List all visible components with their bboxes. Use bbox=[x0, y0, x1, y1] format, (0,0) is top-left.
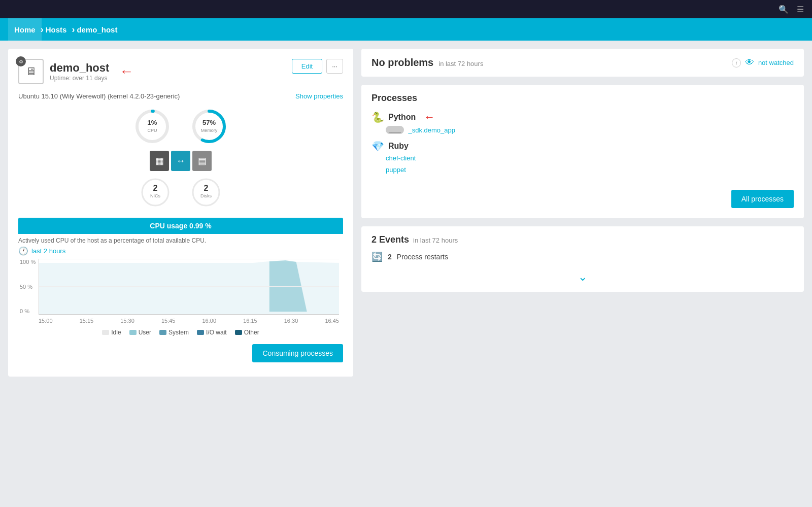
x-label-1: 15:00 bbox=[39, 318, 53, 324]
no-problems-left: No problems in last 72 hours bbox=[371, 57, 483, 69]
svg-point-4 bbox=[142, 179, 168, 206]
expand-chevron[interactable]: ⌄ bbox=[371, 271, 794, 284]
svg-text:2: 2 bbox=[204, 184, 209, 192]
cpu-value-text: 1% bbox=[148, 119, 157, 126]
cpu-bar-section: CPU usage 0.99 % Actively used CPU of th… bbox=[18, 218, 343, 366]
chart-wrapper: 100 % 50 % 0 % 15:00 bbox=[39, 259, 339, 325]
disks-circle-svg: 2 Disks bbox=[191, 177, 221, 208]
chart-x-labels: 15:00 15:15 15:30 15:45 16:00 16:15 16:3… bbox=[39, 317, 339, 325]
host-icon-badge: ⚙ bbox=[16, 56, 26, 66]
y-label-0: 0 % bbox=[20, 308, 36, 314]
show-properties-link[interactable]: Show properties bbox=[295, 92, 343, 100]
legend-iowait-dot bbox=[197, 330, 204, 335]
legend-other-label: Other bbox=[244, 329, 259, 336]
metrics-area: 1% CPU 57% Memory ▦ bbox=[18, 108, 343, 208]
cpu-circle-svg: 1% CPU bbox=[134, 108, 171, 145]
chart-y-labels: 100 % 50 % 0 % bbox=[20, 259, 36, 314]
x-label-2: 15:15 bbox=[80, 318, 94, 324]
python-arrow-indicator: ← bbox=[424, 111, 435, 124]
menu-icon[interactable]: ☰ bbox=[797, 5, 804, 14]
host-name-block: demo_host Uptime: over 11 days bbox=[50, 61, 109, 82]
sdk-demo-app-link[interactable]: _sdk.demo_app bbox=[408, 126, 455, 134]
legend-iowait-label: I/O wait bbox=[206, 329, 227, 336]
ruby-name: Ruby bbox=[388, 142, 409, 151]
time-range-label: 🕐 last 2 hours bbox=[18, 246, 343, 256]
os-string: Ubuntu 15.10 (Wily Werewolf) (kernel 4.2… bbox=[18, 92, 180, 100]
all-processes-button[interactable]: All processes bbox=[731, 190, 794, 208]
clock-icon: 🕐 bbox=[18, 246, 28, 256]
host-actions: Edit ··· bbox=[292, 59, 343, 74]
x-label-8: 16:45 bbox=[325, 318, 339, 324]
host-info: ⚙ 🖥 demo_host Uptime: over 11 days ← bbox=[18, 59, 133, 84]
event-label: Process restarts bbox=[397, 253, 448, 261]
consuming-processes-button[interactable]: Consuming processes bbox=[252, 344, 343, 362]
cpu-metric: 1% CPU bbox=[134, 108, 171, 145]
breadcrumb: Home Hosts demo_host bbox=[0, 18, 812, 41]
breadcrumb-demo-host[interactable]: demo_host bbox=[73, 18, 123, 41]
metrics-top-row: 1% CPU 57% Memory bbox=[134, 108, 227, 145]
nics-metric: 2 NICs bbox=[140, 177, 171, 208]
memory-value-text: 57% bbox=[202, 119, 216, 126]
legend-user-dot bbox=[129, 330, 137, 335]
event-count: 2 bbox=[388, 253, 392, 261]
host-arrow-indicator: ← bbox=[119, 64, 133, 79]
x-label-3: 15:30 bbox=[120, 318, 134, 324]
python-name: Python bbox=[388, 113, 416, 122]
no-problems-card: No problems in last 72 hours i 👁 not wat… bbox=[361, 49, 804, 77]
os-info: Ubuntu 15.10 (Wily Werewolf) (kernel 4.2… bbox=[18, 92, 343, 100]
legend-idle: Idle bbox=[102, 329, 121, 336]
breadcrumb-hosts[interactable]: Hosts bbox=[42, 18, 73, 41]
puppet-link[interactable]: puppet bbox=[386, 166, 406, 174]
svg-text:2: 2 bbox=[153, 184, 158, 192]
right-panels: No problems in last 72 hours i 👁 not wat… bbox=[361, 49, 804, 292]
svg-point-0 bbox=[137, 111, 167, 142]
cpu-label-text: CPU bbox=[147, 128, 157, 133]
legend-user: User bbox=[129, 329, 151, 336]
processes-title: Processes bbox=[371, 93, 794, 104]
server-box-right: ▤ bbox=[192, 151, 212, 171]
legend-system: System bbox=[159, 329, 189, 336]
events-card: 2 Events in last 72 hours 🔄 2 Process re… bbox=[361, 226, 804, 292]
chart-legend: Idle User System I/O wait Other bbox=[18, 329, 343, 336]
x-label-5: 16:00 bbox=[202, 318, 217, 324]
event-icon: 🔄 bbox=[371, 251, 383, 262]
watch-status: not watched bbox=[758, 59, 794, 66]
x-label-6: 16:15 bbox=[243, 318, 257, 324]
left-panel: ⚙ 🖥 demo_host Uptime: over 11 days ← Edi… bbox=[8, 49, 353, 377]
more-button[interactable]: ··· bbox=[326, 59, 343, 74]
top-bar: 🔍 ☰ bbox=[0, 0, 812, 18]
legend-other: Other bbox=[235, 329, 259, 336]
events-subtitle: in last 72 hours bbox=[413, 236, 458, 244]
server-diagram: ▦ ↔ ▤ bbox=[150, 151, 212, 171]
legend-idle-dot bbox=[102, 330, 109, 335]
legend-iowait: I/O wait bbox=[197, 329, 227, 336]
info-icon: i bbox=[732, 58, 741, 67]
ruby-icon: 💎 bbox=[371, 140, 384, 152]
legend-system-dot bbox=[159, 330, 166, 335]
legend-user-label: User bbox=[139, 329, 151, 336]
cpu-description: Actively used CPU of the host as a perce… bbox=[18, 234, 343, 246]
svg-point-7 bbox=[193, 179, 219, 206]
chart-container: 100 % 50 % 0 % bbox=[39, 259, 339, 315]
memory-circle-svg: 57% Memory bbox=[191, 108, 227, 145]
python-sub: ____ _sdk.demo_app bbox=[371, 126, 794, 134]
host-icon: ⚙ 🖥 bbox=[18, 59, 44, 84]
edit-button[interactable]: Edit bbox=[292, 59, 322, 74]
processes-card: Processes 🐍 Python ← ____ _sdk.demo_app … bbox=[361, 85, 804, 218]
python-header: 🐍 Python ← bbox=[371, 111, 794, 124]
svg-text:NICs: NICs bbox=[150, 193, 160, 198]
python-icon: 🐍 bbox=[371, 111, 384, 123]
sdk-tag: ____ bbox=[386, 126, 404, 134]
search-icon[interactable]: 🔍 bbox=[779, 5, 789, 14]
chef-client-link[interactable]: chef-client bbox=[386, 154, 416, 162]
breadcrumb-home[interactable]: Home bbox=[8, 18, 42, 41]
process-group-python: 🐍 Python ← ____ _sdk.demo_app bbox=[371, 111, 794, 134]
server-right-icon: ▤ bbox=[198, 155, 207, 166]
host-header: ⚙ 🖥 demo_host Uptime: over 11 days ← Edi… bbox=[18, 59, 343, 84]
disks-metric: 2 Disks bbox=[191, 177, 221, 208]
eye-icon: 👁 bbox=[745, 57, 754, 68]
y-label-100: 100 % bbox=[20, 259, 36, 265]
legend-idle-label: Idle bbox=[111, 329, 121, 336]
no-problems-right: i 👁 not watched bbox=[732, 57, 794, 68]
nic-disk-row: 2 NICs 2 Disks bbox=[140, 177, 221, 208]
